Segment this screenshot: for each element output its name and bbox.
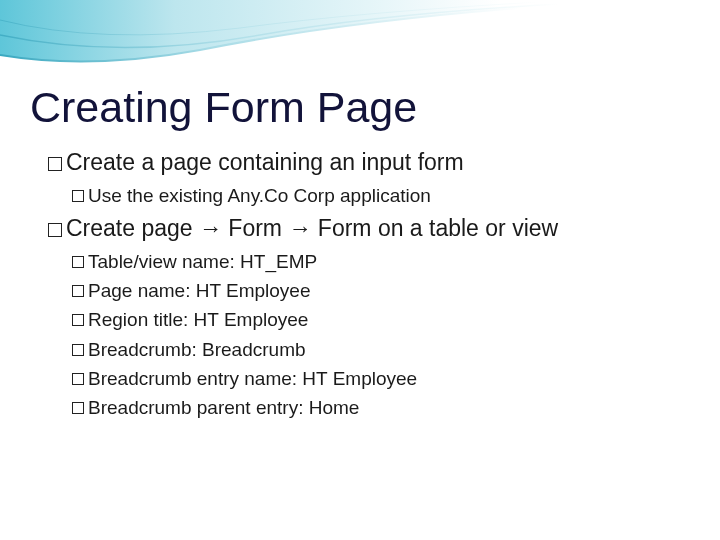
bullet-text: Use the existing Any.Co Corp application (88, 185, 431, 206)
square-bullet-icon (72, 344, 84, 356)
bullet-text: Create page (66, 215, 199, 241)
bullet-lvl3: Breadcrumb: Breadcrumb (30, 337, 690, 362)
arrow-icon: → (199, 215, 222, 241)
square-bullet-icon (72, 190, 84, 202)
bullet-text: Page name: HT Employee (88, 280, 311, 301)
square-bullet-icon (48, 223, 62, 237)
slide-title: Creating Form Page (30, 85, 690, 130)
bullet-lvl2: Use the existing Any.Co Corp application (30, 184, 690, 208)
bullet-text: Form (222, 215, 288, 241)
bullet-text: Create a page containing an input form (66, 149, 464, 175)
bullet-text: Table/view name: HT_EMP (88, 251, 317, 272)
square-bullet-icon (72, 314, 84, 326)
arrow-icon: → (288, 215, 311, 241)
square-bullet-icon (72, 402, 84, 414)
bullet-lvl3: Region title: HT Employee (30, 307, 690, 332)
square-bullet-icon (72, 373, 84, 385)
square-bullet-icon (72, 285, 84, 297)
bullet-text: Region title: HT Employee (88, 309, 308, 330)
bullet-lvl3: Page name: HT Employee (30, 278, 690, 303)
bullet-text: Breadcrumb parent entry: Home (88, 397, 359, 418)
square-bullet-icon (72, 256, 84, 268)
slide-content: Creating Form Page Create a page contain… (0, 0, 720, 420)
bullet-text: Breadcrumb: Breadcrumb (88, 339, 306, 360)
square-bullet-icon (48, 157, 62, 171)
bullet-lvl1: Create a page containing an input form (30, 148, 690, 177)
bullet-lvl3: Table/view name: HT_EMP (30, 249, 690, 274)
bullet-text: Breadcrumb entry name: HT Employee (88, 368, 417, 389)
bullet-lvl1: Create page → Form → Form on a table or … (30, 214, 690, 243)
bullet-lvl3: Breadcrumb entry name: HT Employee (30, 366, 690, 391)
bullet-text: Form on a table or view (311, 215, 558, 241)
bullet-lvl3: Breadcrumb parent entry: Home (30, 395, 690, 420)
